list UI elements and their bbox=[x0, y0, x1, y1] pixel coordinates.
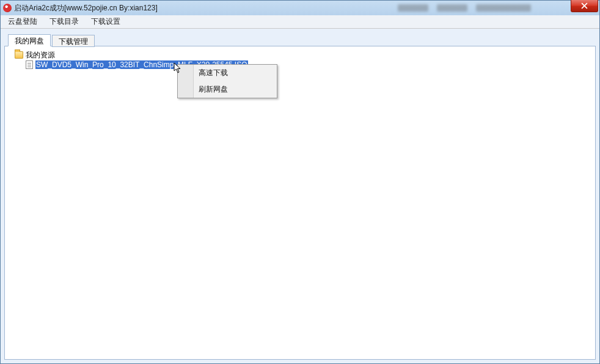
close-button[interactable] bbox=[571, 0, 598, 12]
titlebar[interactable]: 启动Aria2c成功[www.52pojie.cn By:xian123] bbox=[1, 1, 599, 15]
folder-icon bbox=[15, 51, 23, 59]
file-tree[interactable]: 我的资源 SW_DVD5_Win_Pro_10_32BIT_ChnSimp_ML… bbox=[5, 46, 595, 359]
tree-file-row[interactable]: SW_DVD5_Win_Pro_10_32BIT_ChnSimp_MLF_X20… bbox=[7, 60, 593, 70]
menubar: 云盘登陆 下载目录 下载设置 bbox=[1, 15, 599, 29]
tab-strip: 我的网盘 下载管理 bbox=[8, 34, 95, 46]
tab-my-disk[interactable]: 我的网盘 bbox=[8, 34, 51, 46]
menu-download-settings[interactable]: 下载设置 bbox=[86, 15, 125, 28]
close-icon bbox=[581, 2, 588, 9]
tab-download-manage[interactable]: 下载管理 bbox=[52, 35, 95, 47]
app-window: 启动Aria2c成功[www.52pojie.cn By:xian123] 云盘… bbox=[0, 0, 600, 364]
app-icon bbox=[3, 4, 12, 12]
file-icon bbox=[26, 60, 33, 69]
tree-root-label: 我的资源 bbox=[26, 50, 55, 60]
background-blur bbox=[398, 1, 569, 15]
window-title: 启动Aria2c成功[www.52pojie.cn By:xian123] bbox=[14, 3, 158, 13]
menu-cloud-login[interactable]: 云盘登陆 bbox=[3, 15, 42, 28]
client-area: 我的资源 SW_DVD5_Win_Pro_10_32BIT_ChnSimp_ML… bbox=[4, 46, 596, 360]
tree-root-row[interactable]: 我的资源 bbox=[7, 50, 593, 60]
context-menu-gutter bbox=[178, 65, 194, 98]
context-menu: 高速下载 刷新网盘 bbox=[177, 64, 277, 98]
menu-download-dir[interactable]: 下载目录 bbox=[45, 15, 84, 28]
